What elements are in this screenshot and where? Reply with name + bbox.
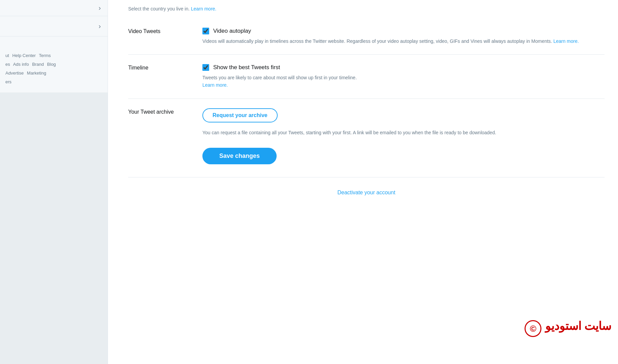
chevron-right-icon-2: › <box>99 22 101 30</box>
sidebar-gray-area <box>0 92 108 364</box>
deactivate-section: Deactivate your account <box>128 177 605 196</box>
tweet-archive-section: Your Tweet archive Request your archive … <box>128 99 605 178</box>
footer-link-ads-info[interactable]: Ads info <box>13 62 29 67</box>
request-archive-button[interactable]: Request your archive <box>202 108 278 122</box>
sidebar: › › ut Help Center Terms es Ads info Bra… <box>0 0 108 364</box>
footer-link-brand[interactable]: Brand <box>32 62 44 67</box>
video-autoplay-checkbox[interactable] <box>202 28 209 34</box>
footer-link-es[interactable]: es <box>5 62 10 67</box>
video-learn-more-link[interactable]: Learn more. <box>553 38 579 44</box>
timeline-content: Show the best Tweets first Tweets you ar… <box>202 64 605 89</box>
main-content: Select the country you live in. Learn mo… <box>108 0 618 364</box>
video-tweets-label: Video Tweets <box>128 28 202 34</box>
video-autoplay-row: Video autoplay <box>202 28 605 34</box>
footer-link-blog[interactable]: Blog <box>47 62 56 67</box>
timeline-description: Tweets you are likely to care about most… <box>202 74 605 89</box>
country-description: Select the country you live in. Learn mo… <box>128 5 605 13</box>
video-tweets-section: Video Tweets Video autoplay Videos will … <box>128 18 605 55</box>
country-section: Select the country you live in. Learn mo… <box>128 0 605 18</box>
chevron-right-icon: › <box>99 4 101 12</box>
timeline-best-tweets-checkbox[interactable] <box>202 64 209 71</box>
country-learn-more-link[interactable]: Learn more. <box>191 6 216 11</box>
footer-link-terms[interactable]: Terms <box>39 53 51 58</box>
tweet-archive-label: Your Tweet archive <box>128 108 202 115</box>
timeline-checkbox-row: Show the best Tweets first <box>202 64 605 71</box>
archive-description: You can request a file containing all yo… <box>202 129 605 137</box>
video-tweets-content: Video autoplay Videos will automatically… <box>202 28 605 45</box>
timeline-section: Timeline Show the best Tweets first Twee… <box>128 55 605 99</box>
video-autoplay-description: Videos will automatically play in timeli… <box>202 38 605 45</box>
footer-link-ers[interactable]: ers <box>5 79 11 84</box>
footer-link-ut[interactable]: ut <box>5 53 9 58</box>
sidebar-second-item[interactable]: › <box>0 16 108 36</box>
sidebar-footer-links: ut Help Center Terms es Ads info Brand B… <box>0 36 108 92</box>
footer-link-marketing[interactable]: Marketing <box>27 71 46 76</box>
timeline-checkbox-label: Show the best Tweets first <box>213 64 280 71</box>
tweet-archive-content: Request your archive You can request a f… <box>202 108 605 168</box>
save-changes-button[interactable]: Save changes <box>202 148 277 164</box>
footer-link-advertise[interactable]: Advertise <box>5 71 24 76</box>
footer-link-help[interactable]: Help Center <box>12 53 35 58</box>
timeline-learn-more-link[interactable]: Learn more. <box>202 82 228 88</box>
deactivate-account-link[interactable]: Deactivate your account <box>337 190 395 195</box>
save-button-container: Save changes <box>202 144 605 168</box>
video-autoplay-label: Video autoplay <box>213 28 251 34</box>
sidebar-top-item[interactable]: › <box>0 0 108 16</box>
timeline-label: Timeline <box>128 64 202 71</box>
